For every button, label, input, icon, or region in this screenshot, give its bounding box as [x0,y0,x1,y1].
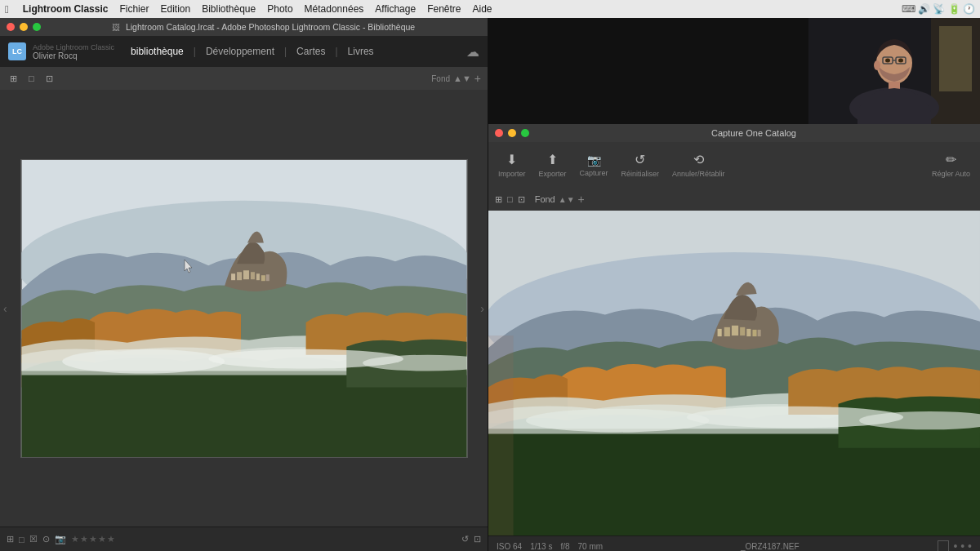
c1-shutter: 1/13 s [530,542,552,551]
svg-rect-8 [265,274,269,281]
lr-prev-arrow[interactable]: ‹ [3,302,7,315]
svg-point-33 [526,409,709,433]
c1-main-image [488,211,980,535]
c1-focal: 70 mm [578,542,604,551]
lr-overlay-btn[interactable]: ⊡ [474,534,481,544]
lr-tool-grid[interactable]: ⊞ [7,72,20,86]
c1-grid-view[interactable]: ⊞ [495,194,502,205]
lr-titlebar: 🖼 Lightroom Catalog.lrcat - Adobe Photos… [0,18,488,36]
svg-rect-28 [732,326,738,335]
svg-rect-27 [724,327,730,336]
menu-bar-right: ⌨ 🔊 📡 🔋 🕐 [902,3,975,15]
svg-point-22 [885,59,890,63]
lr-cloud-icon[interactable]: ☁ [466,44,479,60]
c1-capture-btn[interactable]: 📷 Capturer [580,153,608,177]
lr-camera-btn[interactable]: 📷 [55,534,66,544]
lr-loupe-view-btn[interactable]: □ [19,535,24,544]
c1-toolbar-right: ✏ Régler Auto [932,152,970,178]
lightroom-panel: 🖼 Lightroom Catalog.lrcat - Adobe Photos… [0,18,488,551]
main-content: 🖼 Lightroom Catalog.lrcat - Adobe Photos… [0,18,980,551]
lr-tool-compare[interactable]: ⊡ [42,72,56,86]
c1-bottom-bar: ISO 64 1/13 s f/8 70 mm _ORZ4187.NEF • •… [488,535,980,551]
lr-image-area: ‹ [0,90,488,527]
svg-rect-29 [740,327,745,335]
menu-bibliotheque[interactable]: Bibliothèque [196,2,261,16]
lr-user-info: Adobe Lightroom Classic Olivier Rocq [33,43,114,60]
c1-filter-area: Fond ▲▼ + [535,193,585,206]
svg-point-9 [62,349,225,373]
traffic-light-green[interactable] [33,23,41,31]
webcam-area [488,18,980,124]
menu-edition[interactable]: Edition [154,2,196,16]
svg-rect-30 [746,329,751,336]
traffic-light-yellow[interactable] [20,23,28,31]
menu-fichier[interactable]: Fichier [114,2,154,16]
c1-bottom-right: • • • [938,540,972,551]
lr-nav-developpement[interactable]: Développement [206,46,274,57]
svg-rect-7 [261,275,265,281]
c1-traffic-red[interactable] [495,129,503,137]
svg-rect-4 [243,270,249,279]
lr-main-image [20,159,468,458]
c1-iso: ISO 64 [497,542,522,551]
menu-affichage[interactable]: Affichage [369,2,421,16]
c1-thumbnail-toggle[interactable] [938,540,949,551]
c1-options-dots[interactable]: • • • [954,540,972,551]
svg-point-17 [874,60,880,70]
c1-loupe-view[interactable]: □ [507,194,513,204]
lr-titlebar-text: 🖼 Lightroom Catalog.lrcat - Adobe Photos… [46,22,481,32]
c1-titlebar: Capture One Catalog [488,124,980,142]
traffic-light-red[interactable] [7,23,15,31]
lr-rotate-btn[interactable]: ↺ [461,534,469,544]
c1-auto-adjust-btn[interactable]: ✏ Régler Auto [932,152,970,178]
c1-undoredo-btn[interactable]: ⟲ Annuler/Rétablir [672,152,725,178]
lr-bottom-toolbar: ⊞ □ ☒ ⊙ 📷 ★★★★★ ↺ ⊡ [0,527,488,551]
c1-toolbar: ⬇ Importer ⬆ Exporter 📷 Capturer ↺ Réini… [488,142,980,188]
lr-survey-btn[interactable]: ⊙ [42,534,50,544]
c1-reset-btn[interactable]: ↺ Réinitialiser [621,152,660,178]
c1-secondary-toolbar: ⊞ □ ⊡ Fond ▲▼ + [488,188,980,211]
lr-topbar: LC Adobe Lightroom Classic Olivier Rocq … [0,36,488,67]
menu-lightroom-classic[interactable]: Lightroom Classic [17,2,114,16]
webcam-person [808,18,980,124]
svg-rect-26 [718,329,722,336]
lr-nav-bibliotheque[interactable]: bibliothèque [131,46,184,57]
lr-logo: LC [8,42,26,60]
svg-rect-31 [752,330,756,336]
lr-nav-cartes[interactable]: Cartes [296,46,325,57]
menu-fenetre[interactable]: Fenêtre [421,2,466,16]
svg-point-23 [898,59,903,63]
c1-title-text: Capture One Catalog [534,128,973,138]
svg-rect-6 [256,273,259,280]
lr-nav: bibliothèque | Développement | Cartes | … [131,46,374,57]
menu-photo[interactable]: Photo [261,2,298,16]
svg-rect-36 [488,335,514,535]
svg-rect-5 [250,272,254,279]
lr-grid-view-btn[interactable]: ⊞ [7,534,14,544]
svg-rect-14 [939,26,972,91]
svg-rect-32 [758,330,761,336]
lr-next-arrow[interactable]: › [480,302,484,315]
lr-bottom-right-controls: ↺ ⊡ [461,534,481,544]
c1-aperture: f/8 [560,542,569,551]
capture-one-window: Capture One Catalog ⬇ Importer ⬆ Exporte… [488,124,980,551]
lr-toolbar: ⊞ □ ⊡ Fond ▲▼ + [0,67,488,90]
lr-crop-btn[interactable]: ☒ [29,534,38,544]
c1-filename: _ORZ4187.NEF [741,542,800,551]
menu-metadonnees[interactable]: Métadonnées [299,2,370,16]
menu-aide[interactable]: Aide [467,2,498,16]
svg-rect-3 [237,272,242,280]
right-panel: Capture One Catalog ⬇ Importer ⬆ Exporte… [488,18,980,551]
menu-bar:  Lightroom Classic Fichier Edition Bibl… [0,0,980,18]
svg-rect-2 [231,273,235,280]
lr-tool-loupe[interactable]: □ [25,72,38,85]
c1-traffic-yellow[interactable] [508,129,516,137]
c1-compare-view[interactable]: ⊡ [518,194,525,205]
c1-meta-info: ISO 64 1/13 s f/8 70 mm [497,542,603,551]
c1-export-btn[interactable]: ⬆ Exporter [539,152,567,178]
c1-import-btn[interactable]: ⬇ Importer [498,152,526,178]
c1-traffic-green[interactable] [521,129,529,137]
apple-menu[interactable]:  [5,3,9,16]
lr-rating-stars[interactable]: ★★★★★ [71,534,116,544]
lr-nav-livres[interactable]: Livres [348,46,374,57]
